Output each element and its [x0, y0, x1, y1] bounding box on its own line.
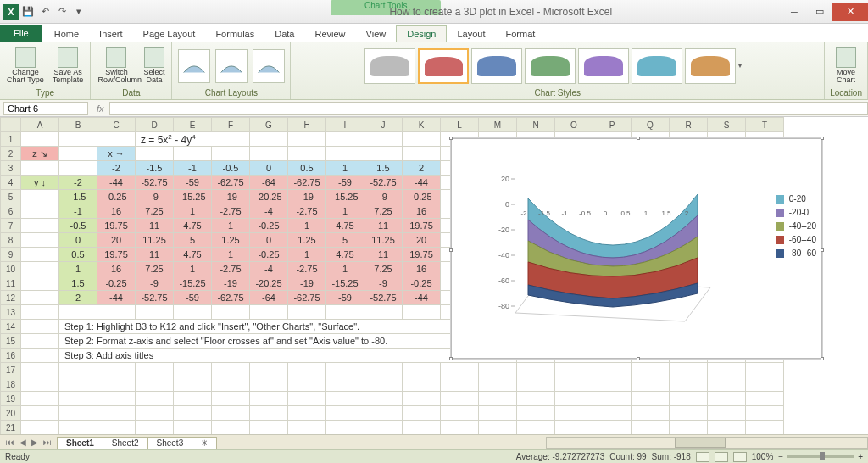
data-cell[interactable]: 19.75 [403, 219, 441, 233]
y-value-cell[interactable]: 0.5 [59, 248, 97, 262]
column-header[interactable]: C [97, 118, 136, 132]
data-cell[interactable]: 4.75 [174, 248, 212, 262]
data-cell[interactable]: 4.75 [326, 248, 364, 262]
row-header[interactable]: 5 [1, 190, 21, 204]
qat-dropdown-icon[interactable]: ▾ [71, 4, 86, 20]
tab-file[interactable]: File [0, 25, 42, 42]
y-value-cell[interactable]: -0.5 [59, 219, 97, 233]
instruction-cell[interactable]: Step 1: Highlight B3 to K12 and click "I… [59, 320, 517, 334]
save-icon[interactable]: 💾 [20, 4, 36, 20]
data-cell[interactable]: 7.25 [364, 262, 403, 276]
excel-icon[interactable]: X [3, 4, 19, 20]
data-cell[interactable]: 11.25 [364, 233, 403, 248]
data-cell[interactable]: -0.25 [250, 219, 288, 233]
zoom-level[interactable]: 100% [752, 452, 774, 461]
data-cell[interactable]: 19.75 [97, 219, 136, 233]
column-header[interactable]: I [326, 118, 364, 132]
column-header[interactable]: N [517, 118, 555, 132]
sheet-tab-1[interactable]: Sheet1 [57, 437, 103, 449]
column-header[interactable]: K [403, 118, 441, 132]
column-header[interactable]: J [364, 118, 403, 132]
tab-page-layout[interactable]: Page Layout [133, 26, 206, 42]
y-value-cell[interactable]: -1 [59, 204, 97, 219]
data-cell[interactable]: -0.25 [250, 248, 288, 262]
move-chart-button[interactable]: MoveChart [834, 46, 858, 86]
close-button[interactable]: ✕ [832, 3, 868, 21]
zoom-in-button[interactable]: + [858, 452, 863, 461]
fx-icon[interactable]: fx [92, 103, 109, 114]
sheet-tab-3[interactable]: Sheet3 [147, 437, 193, 449]
change-chart-type-button[interactable]: ChangeChart Type [5, 46, 46, 86]
data-cell[interactable]: 20 [403, 233, 441, 248]
row-header[interactable]: 14 [1, 320, 21, 334]
data-cell[interactable]: 11 [136, 248, 174, 262]
data-cell[interactable]: -19 [288, 190, 326, 204]
tab-format[interactable]: Format [495, 26, 545, 42]
tab-data[interactable]: Data [264, 26, 304, 42]
chart-style-thumb[interactable] [364, 48, 415, 84]
row-header[interactable]: 11 [1, 276, 21, 291]
view-page-layout-button[interactable] [715, 452, 728, 462]
data-cell[interactable]: 1 [174, 262, 212, 276]
chart-style-thumb[interactable] [632, 48, 682, 84]
insert-sheet-button[interactable]: ✳ [192, 437, 217, 449]
data-cell[interactable]: -59 [174, 176, 212, 190]
data-cell[interactable]: -15.25 [174, 276, 212, 291]
undo-icon[interactable]: ↶ [37, 4, 53, 20]
row-header[interactable]: 15 [1, 334, 21, 349]
tab-review[interactable]: Review [304, 26, 355, 42]
column-header[interactable]: S [708, 118, 746, 132]
data-cell[interactable]: -0.25 [403, 190, 441, 204]
row-header[interactable]: 12 [1, 291, 21, 305]
data-cell[interactable]: -2.75 [288, 204, 326, 219]
name-box[interactable] [3, 102, 88, 115]
instruction-cell[interactable]: Step 3: Add axis titles [59, 349, 517, 363]
data-cell[interactable]: 5 [326, 233, 364, 248]
data-cell[interactable]: -9 [364, 190, 403, 204]
horizontal-scrollbar[interactable] [546, 437, 868, 449]
column-header[interactable]: Q [632, 118, 670, 132]
data-cell[interactable]: 16 [97, 262, 136, 276]
tab-design[interactable]: Design [396, 25, 447, 42]
zoom-slider[interactable] [787, 455, 854, 458]
tab-layout[interactable]: Layout [447, 26, 495, 42]
data-cell[interactable]: -0.25 [403, 276, 441, 291]
column-header[interactable]: T [746, 118, 784, 132]
data-cell[interactable]: -52.75 [364, 176, 403, 190]
chart-style-thumb[interactable] [471, 48, 522, 84]
data-cell[interactable]: -59 [326, 291, 364, 305]
y-value-cell[interactable]: 2 [59, 291, 97, 305]
sheet-nav-prev-icon[interactable]: ◀ [17, 438, 29, 447]
row-header[interactable]: 6 [1, 204, 21, 219]
switch-row-column-button[interactable]: SwitchRow/Column [96, 46, 136, 86]
data-cell[interactable]: -2.75 [212, 262, 250, 276]
y-value-cell[interactable]: 0 [59, 233, 97, 248]
select-all-corner[interactable] [1, 118, 21, 132]
row-header[interactable]: 20 [1, 406, 21, 421]
row-header[interactable]: 10 [1, 262, 21, 276]
tab-formulas[interactable]: Formulas [205, 26, 264, 42]
data-cell[interactable]: -15.25 [326, 190, 364, 204]
equation-cell[interactable]: z = 5x2 - 4y4 [136, 132, 250, 147]
z-label-cell[interactable]: z ↘ [21, 147, 59, 161]
data-cell[interactable]: 20 [97, 233, 136, 248]
select-data-button[interactable]: SelectData [142, 46, 166, 86]
column-header[interactable]: M [479, 118, 517, 132]
data-cell[interactable]: -52.75 [364, 291, 403, 305]
data-cell[interactable]: -15.25 [326, 276, 364, 291]
data-cell[interactable]: 16 [403, 204, 441, 219]
data-cell[interactable]: -2.75 [288, 262, 326, 276]
column-header[interactable]: H [288, 118, 326, 132]
column-header[interactable]: D [136, 118, 174, 132]
row-header[interactable]: 18 [1, 377, 21, 392]
chart-styles-more-button[interactable]: ▾ [738, 62, 750, 70]
x-header-cell[interactable]: 0.5 [288, 161, 326, 176]
column-header[interactable]: B [59, 118, 97, 132]
data-cell[interactable]: -2.75 [212, 204, 250, 219]
x-header-cell[interactable]: 1 [326, 161, 364, 176]
data-cell[interactable]: 7.25 [364, 204, 403, 219]
data-cell[interactable]: 7.25 [136, 262, 174, 276]
view-normal-button[interactable] [696, 452, 709, 462]
data-cell[interactable]: 1 [326, 262, 364, 276]
chart-layout-thumb[interactable] [253, 49, 285, 83]
